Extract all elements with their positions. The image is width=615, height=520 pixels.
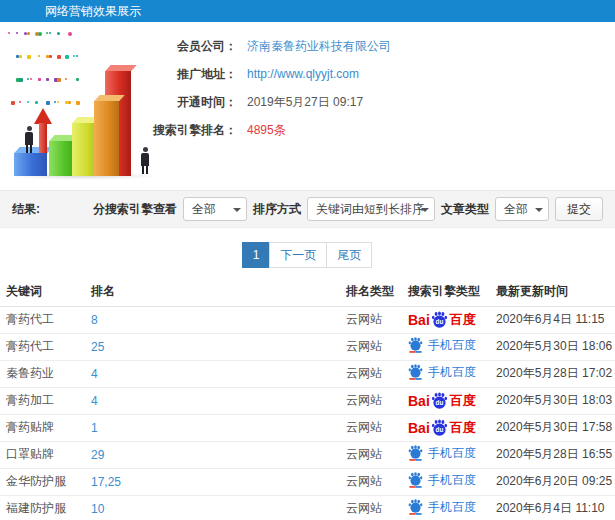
header-update-time: 最新更新时间 [490,278,615,306]
last-page-button[interactable]: 尾页 [326,242,372,268]
rank-type-cell: 云网站 [340,333,402,360]
result-label: 结果: [12,201,40,218]
next-page-button[interactable]: 下一页 [269,242,327,268]
rank-link[interactable]: 10 [91,502,104,516]
header-rank: 排名 [85,278,340,306]
info-row-url: 推广地址： http://www.qlyyjt.com [130,60,391,88]
keyword-cell: 膏药代工 [0,306,85,333]
keyword-cell: 膏药代工 [0,333,85,360]
keyword-cell: 金华防护服 [0,468,85,495]
rank-cell: 1 [85,414,340,441]
rank-link[interactable]: 1 [91,421,98,435]
rank-link[interactable]: 17,25 [91,475,121,489]
engine-cell: du 手机百度 [402,441,490,468]
table-header-row: 关键词 排名 排名类型 搜索引擎类型 最新更新时间 [0,278,615,306]
svg-text:du: du [435,399,443,406]
open-time-value: 2019年5月27日 09:17 [247,94,363,111]
rank-link[interactable]: 8 [91,313,98,327]
rank-count-value: 4895条 [247,122,286,139]
bar-orange-icon [94,101,119,176]
rank-type-cell: 云网站 [340,414,402,441]
table-row: 膏药加工 4 云网站 Bai du 百度 [0,387,615,414]
svg-text:du: du [435,318,443,325]
info-row-open-time: 开通时间： 2019年5月27日 09:17 [130,88,391,116]
keyword-cell: 膏药贴牌 [0,414,85,441]
update-time-cell: 2020年6月20日 09:25 [490,468,615,495]
member-info-list: 会员公司： 济南秦鲁药业科技有限公司 推广地址： http://www.qlyy… [130,32,391,144]
article-type-select[interactable]: 全部 [495,197,549,221]
table-row: 福建防护服 10 云网站 du [0,495,615,520]
member-info-section: 会员公司： 济南秦鲁药业科技有限公司 推广地址： http://www.qlyy… [0,22,615,184]
table-row: 秦鲁药业 4 云网站 du [0,360,615,387]
keyword-cell: 口罩贴牌 [0,441,85,468]
engine-cell: Bai du 百度 [402,306,490,333]
engine-view-select[interactable]: 全部 [183,197,247,221]
engine-cell: du 手机百度 [402,495,490,520]
filter-group: 分搜索引擎查看 全部 排序方式 关键词由短到长排序 文章类型 全部 提交 [93,197,603,221]
rank-type-cell: 云网站 [340,360,402,387]
mobile-baidu-logo-icon: 手机百度 [408,364,476,380]
mobile-baidu-logo-icon: 手机百度 [408,472,476,488]
rank-link[interactable]: 25 [91,340,104,354]
submit-button[interactable]: 提交 [555,197,603,221]
rank-link[interactable]: 4 [91,367,98,381]
rank-link[interactable]: 4 [91,394,98,408]
company-label: 会员公司： [130,38,237,55]
pagination: 1 下一页 尾页 [0,242,615,268]
sort-select[interactable]: 关键词由短到长排序 [307,197,435,221]
up-arrow-icon [34,108,52,154]
baidu-logo-icon: Bai du 百度 [408,311,476,328]
businessman-right-icon [138,147,152,174]
article-type-label: 文章类型 [441,201,489,218]
sort-selected: 关键词由短到长排序 [316,202,424,216]
engine-view-label: 分搜索引擎查看 [93,201,177,218]
rank-cell: 25 [85,333,340,360]
update-time-cell: 2020年5月30日 18:06 [490,333,615,360]
rank-cell: 17,25 [85,468,340,495]
table-row: 膏药代工 8 云网站 Bai du 百度 [0,306,615,333]
rank-type-cell: 云网站 [340,495,402,520]
engine-cell: du 手机百度 [402,468,490,495]
table-body: 膏药代工 8 云网站 Bai du 百度 [0,306,615,520]
title-bar: 网络营销效果展示 [0,0,615,22]
baidu-logo-icon: Bai du 百度 [408,392,476,409]
rank-type-cell: 云网站 [340,387,402,414]
update-time-cell: 2020年5月30日 17:58 [490,414,615,441]
open-time-label: 开通时间： [130,94,237,111]
mobile-baidu-logo-icon: 手机百度 [408,499,476,515]
header-rank-type: 排名类型 [340,278,402,306]
header-keyword: 关键词 [0,278,85,306]
keyword-cell: 福建防护服 [0,495,85,520]
engine-view-selected: 全部 [192,202,216,216]
info-row-company: 会员公司： 济南秦鲁药业科技有限公司 [130,32,391,60]
page-title: 网络营销效果展示 [45,4,141,18]
company-link[interactable]: 济南秦鲁药业科技有限公司 [247,38,391,55]
update-time-cell: 2020年5月28日 16:55 [490,441,615,468]
rank-cell: 10 [85,495,340,520]
mobile-baidu-logo-icon: 手机百度 [408,445,476,461]
update-time-cell: 2020年5月30日 18:03 [490,387,615,414]
rank-link[interactable]: 29 [91,448,104,462]
rank-type-cell: 云网站 [340,441,402,468]
bar-blue-icon [14,153,47,176]
rank-type-cell: 云网站 [340,468,402,495]
rank-cell: 29 [85,441,340,468]
chevron-down-icon [233,208,241,212]
chevron-down-icon [421,208,429,212]
svg-text:du: du [435,426,443,433]
table-row: 膏药代工 25 云网站 du [0,333,615,360]
rank-count-label: 搜索引擎排名： [130,122,237,139]
rank-cell: 4 [85,360,340,387]
page-button-current[interactable]: 1 [242,242,271,268]
update-time-cell: 2020年5月28日 17:02 [490,360,615,387]
promo-url-link[interactable]: http://www.qlyyjt.com [247,67,359,81]
keyword-cell: 秦鲁药业 [0,360,85,387]
engine-cell: Bai du 百度 [402,414,490,441]
mobile-baidu-logo-icon: 手机百度 [408,337,476,353]
businessman-left-icon [22,126,36,153]
filter-bar: 结果: 分搜索引擎查看 全部 排序方式 关键词由短到长排序 文章类型 全部 提交 [0,190,615,228]
table-row: 金华防护服 17,25 云网站 du [0,468,615,495]
table-row: 口罩贴牌 29 云网站 du [0,441,615,468]
keyword-cell: 膏药加工 [0,387,85,414]
rank-cell: 4 [85,387,340,414]
